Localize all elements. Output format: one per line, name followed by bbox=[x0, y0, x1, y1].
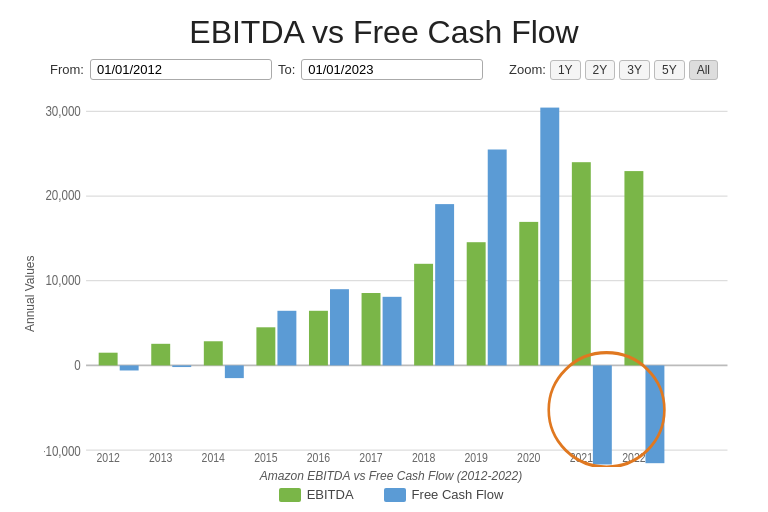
bar-ebitda-2016 bbox=[309, 311, 328, 366]
ebitda-label: EBITDA bbox=[307, 487, 354, 502]
chart-svg: 30,000 20,000 10,000 0 -10,000 bbox=[44, 86, 738, 467]
bar-fcf-2015 bbox=[277, 311, 296, 366]
zoom-controls: Zoom: 1Y 2Y 3Y 5Y All bbox=[509, 60, 718, 80]
svg-text:0: 0 bbox=[74, 357, 80, 373]
bar-ebitda-2022 bbox=[624, 171, 643, 365]
bar-ebitda-2015 bbox=[256, 327, 275, 365]
chart-svg-container: 30,000 20,000 10,000 0 -10,000 bbox=[44, 86, 738, 467]
svg-text:2018: 2018 bbox=[412, 450, 435, 464]
chart-subtitle: Amazon EBITDA vs Free Cash Flow (2012-20… bbox=[44, 469, 738, 483]
bar-fcf-2021 bbox=[593, 365, 612, 464]
chart-inner: 30,000 20,000 10,000 0 -10,000 bbox=[44, 86, 738, 502]
svg-text:2013: 2013 bbox=[149, 450, 172, 464]
zoom-5y-button[interactable]: 5Y bbox=[654, 60, 685, 80]
zoom-label: Zoom: bbox=[509, 62, 546, 77]
fcf-swatch bbox=[384, 488, 406, 502]
bar-fcf-2017 bbox=[383, 297, 402, 366]
svg-text:2017: 2017 bbox=[359, 450, 382, 464]
bar-ebitda-2012 bbox=[99, 353, 118, 366]
y-axis-label: Annual Values bbox=[20, 86, 40, 502]
legend-fcf: Free Cash Flow bbox=[384, 487, 504, 502]
bar-fcf-2019 bbox=[488, 150, 507, 366]
svg-text:2019: 2019 bbox=[464, 450, 487, 464]
from-label: From: bbox=[50, 62, 84, 77]
page-title: EBITDA vs Free Cash Flow bbox=[189, 14, 578, 51]
bar-fcf-2016 bbox=[330, 289, 349, 365]
chart-area: Annual Values 30,000 20,000 bbox=[20, 86, 748, 502]
from-date-input[interactable] bbox=[90, 59, 272, 80]
svg-text:20,000: 20,000 bbox=[45, 187, 80, 203]
bar-fcf-2012 bbox=[120, 365, 139, 370]
svg-text:2020: 2020 bbox=[517, 450, 541, 464]
ebitda-swatch bbox=[279, 488, 301, 502]
svg-text:2014: 2014 bbox=[202, 450, 226, 464]
zoom-3y-button[interactable]: 3Y bbox=[619, 60, 650, 80]
svg-text:-10,000: -10,000 bbox=[44, 442, 81, 458]
bar-fcf-2018 bbox=[435, 204, 454, 365]
bar-fcf-2013 bbox=[172, 365, 191, 367]
zoom-2y-button[interactable]: 2Y bbox=[585, 60, 616, 80]
zoom-1y-button[interactable]: 1Y bbox=[550, 60, 581, 80]
svg-text:2015: 2015 bbox=[254, 450, 277, 464]
zoom-all-button[interactable]: All bbox=[689, 60, 718, 80]
page: EBITDA vs Free Cash Flow From: To: Zoom:… bbox=[0, 0, 768, 512]
legend-ebitda: EBITDA bbox=[279, 487, 354, 502]
to-date-input[interactable] bbox=[301, 59, 483, 80]
to-label: To: bbox=[278, 62, 295, 77]
bar-fcf-2014 bbox=[225, 365, 244, 378]
bar-ebitda-2019 bbox=[467, 242, 486, 365]
bar-ebitda-2018 bbox=[414, 264, 433, 366]
svg-text:2016: 2016 bbox=[307, 450, 330, 464]
bar-ebitda-2017 bbox=[362, 293, 381, 365]
bar-ebitda-2020 bbox=[519, 222, 538, 366]
controls-row: From: To: Zoom: 1Y 2Y 3Y 5Y All bbox=[20, 59, 748, 80]
svg-text:2012: 2012 bbox=[96, 450, 119, 464]
fcf-label: Free Cash Flow bbox=[412, 487, 504, 502]
bar-fcf-2020 bbox=[540, 108, 559, 366]
svg-text:10,000: 10,000 bbox=[45, 272, 80, 288]
bar-ebitda-2021 bbox=[572, 162, 591, 365]
legend: EBITDA Free Cash Flow bbox=[44, 487, 738, 502]
bar-ebitda-2013 bbox=[151, 344, 170, 366]
date-controls: From: To: bbox=[50, 59, 483, 80]
bar-ebitda-2014 bbox=[204, 341, 223, 365]
svg-text:30,000: 30,000 bbox=[45, 103, 80, 119]
